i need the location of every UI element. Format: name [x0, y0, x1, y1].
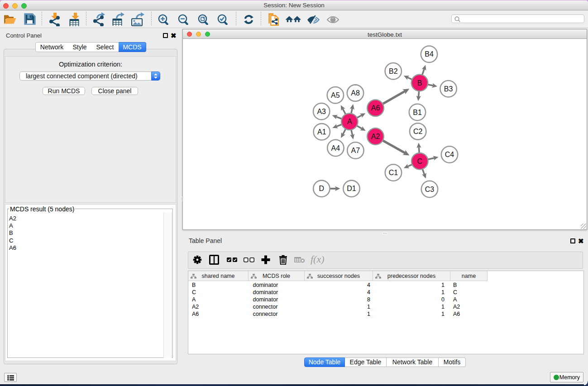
svg-text:A1: A1: [317, 128, 326, 136]
svg-text:B: B: [417, 79, 422, 87]
svg-text:A8: A8: [351, 89, 360, 97]
svg-text:A7: A7: [351, 147, 360, 154]
svg-text:C1: C1: [389, 169, 398, 176]
svg-text:A5: A5: [331, 91, 340, 99]
svg-text:B3: B3: [444, 85, 453, 93]
svg-text:A2: A2: [371, 133, 380, 140]
svg-text:B2: B2: [389, 67, 398, 75]
svg-text:A6: A6: [371, 104, 380, 112]
svg-text:C4: C4: [445, 151, 454, 158]
svg-text:A: A: [347, 118, 352, 125]
svg-text:C: C: [417, 157, 423, 165]
svg-text:C2: C2: [413, 128, 423, 135]
svg-text:A3: A3: [317, 108, 326, 115]
svg-text:B1: B1: [413, 109, 422, 116]
svg-text:C3: C3: [425, 186, 435, 193]
svg-text:A4: A4: [331, 144, 340, 152]
svg-text:B4: B4: [425, 50, 434, 58]
svg-text:D1: D1: [347, 185, 356, 192]
svg-text:D: D: [319, 185, 325, 192]
